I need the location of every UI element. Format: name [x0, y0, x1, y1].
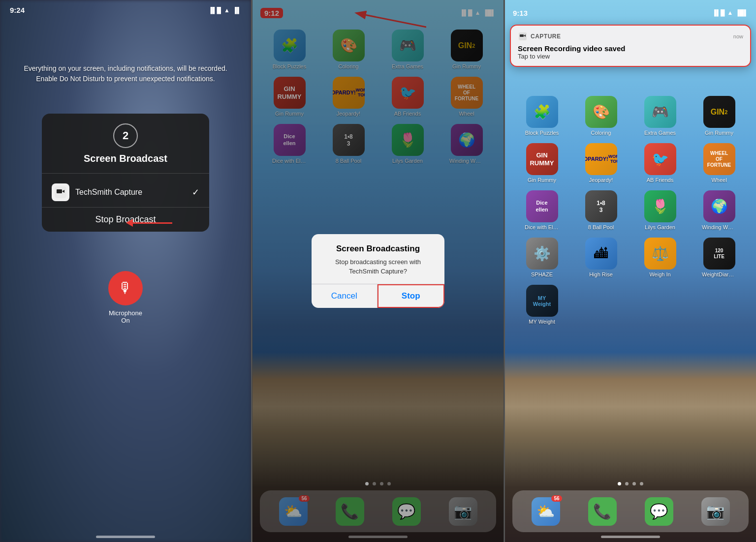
app-wheel-p3[interactable]: WHEELOFFORTUNE Wheel: [692, 143, 746, 183]
app-icon-img: 120LITE: [703, 238, 735, 270]
home-indicator-p3: [601, 536, 660, 538]
panel3-notification: 9:13 ▐▌█ ▲ ▐█▌ CAPTURE now Screen Record…: [505, 0, 756, 542]
app-myweight-p3[interactable]: MYWeight MY Weight: [515, 285, 569, 325]
app-label: MY Weight: [529, 319, 555, 325]
app-label: Extra Games: [644, 130, 676, 136]
app-weighin-p3[interactable]: ⚖️ Weigh In: [633, 238, 687, 277]
app-weightdiary-p3[interactable]: 120LITE WeightDiaryLite: [692, 238, 746, 277]
app-highrise-p3[interactable]: 🏙 High Rise: [574, 238, 628, 277]
app-label: 8 Ball Pool: [588, 224, 614, 230]
time-panel3: 9:13: [513, 9, 528, 17]
stop-broadcasting-dialog: Screen Broadcasting Stop broadcasting sc…: [312, 234, 444, 307]
checkmark-icon: ✓: [192, 187, 199, 198]
app-icon-img: 🌍: [703, 190, 735, 222]
signal-icon: ▐▌█: [209, 7, 221, 14]
home-indicator-p1: [96, 536, 155, 538]
dot4: [640, 482, 643, 485]
status-icons-panel1: ▐▌█ ▲ ▐▌: [209, 7, 241, 14]
dialog-message: Stop broadcasting screen with TechSmith …: [321, 258, 435, 275]
wifi-icon: ▲: [224, 7, 230, 14]
notif-icon-label: CAPTURE: [518, 31, 561, 41]
app-sphaze-p3[interactable]: ⚙️ SPHAZE: [515, 238, 569, 277]
app-jeopardy-p3[interactable]: JEOPARDY!WORLD TOUR Jeopardy!: [574, 143, 628, 183]
techsmith-app-icon: [52, 183, 69, 201]
app-label: AB Friends: [647, 177, 673, 183]
stop-button[interactable]: Stop: [378, 284, 445, 308]
app-label: WeightDiaryLite: [702, 271, 736, 277]
cancel-button[interactable]: Cancel: [312, 284, 378, 308]
divider1: [42, 173, 209, 174]
app-icon-img: 🎮: [644, 96, 676, 128]
notif-time: now: [733, 33, 743, 39]
stop-broadcast-button[interactable]: Stop Broadcast: [42, 207, 209, 232]
app-coloring-p3[interactable]: 🎨 Coloring: [574, 96, 628, 136]
app-label: Coloring: [591, 130, 611, 136]
status-bar-panel1: 9:24 ▐▌█ ▲ ▐▌: [0, 0, 251, 14]
dialog-title: Screen Broadcasting: [321, 244, 435, 254]
app-label: Wheel: [711, 177, 726, 183]
notif-app-icon: [518, 31, 528, 41]
app-label: SPHAZE: [531, 271, 553, 277]
panel2-stop-broadcast: 9:12 ▐▌█ ▲ ▐█▌ 🧩 Block Puzzles 🎨 Colorin…: [252, 0, 504, 542]
techsmith-row[interactable]: TechSmith Capture ✓: [42, 178, 209, 207]
app-label: Gin Rummy: [705, 130, 733, 136]
svg-rect-6: [520, 34, 524, 37]
time-panel1: 9:24: [10, 6, 25, 14]
dock-weather-icon-p3[interactable]: ⛅ 56: [532, 497, 560, 526]
status-right-p3: ▐▌█ ▲ ▐█▌: [712, 9, 748, 16]
app-label: Gin Rummy: [528, 177, 556, 183]
app-icon-img: GIN2: [703, 96, 735, 128]
app-dice-p3[interactable]: Diceellen Dice with Ellen: [515, 190, 569, 230]
app-icon-img: 🏙: [585, 238, 617, 270]
notif-title: Screen Recording video saved: [518, 44, 743, 53]
app-icon-img: 🐦: [644, 143, 676, 175]
notif-header: CAPTURE now: [518, 31, 743, 41]
techsmith-left: TechSmith Capture: [52, 183, 142, 201]
panel1-screen-broadcast: 9:24 ▐▌█ ▲ ▐▌ Everything on your screen,…: [0, 0, 251, 542]
dialog-overlay: Screen Broadcasting Stop broadcasting sc…: [252, 0, 504, 542]
app-grid-panel3: 🧩 Block Puzzles 🎨 Coloring 🎮 Extra Games…: [505, 91, 756, 330]
broadcast-card: 2 Screen Broadcast TechSmith Capture: [42, 114, 209, 232]
app-label: Dice with Ellen: [525, 224, 559, 230]
battery-icon: ▐▌: [233, 7, 241, 14]
signal-icon-p3: ▐▌█: [712, 9, 725, 16]
app-icon-img: GINRUMMY: [526, 143, 558, 175]
app-block-puzzles-p3[interactable]: 🧩 Block Puzzles: [515, 96, 569, 136]
microphone-button[interactable]: 🎙: [108, 271, 143, 305]
wifi-icon-p3: ▲: [727, 9, 733, 16]
app-icon-img: MYWeight: [526, 285, 558, 317]
app-icon-img: 🌷: [644, 190, 676, 222]
step-badge: 2: [113, 123, 138, 148]
dot3: [632, 482, 636, 485]
dot1: [618, 482, 621, 485]
app-icon-img: WHEELOFFORTUNE: [703, 143, 735, 175]
dock-badge-p3: 56: [551, 495, 562, 502]
techsmith-label: TechSmith Capture: [75, 188, 142, 197]
page-dots-p3: [618, 482, 643, 485]
app-icon-img: ⚖️: [644, 238, 676, 270]
notif-app-name: CAPTURE: [531, 33, 561, 40]
app-extra-games-p3[interactable]: 🎮 Extra Games: [633, 96, 687, 136]
dock-camera-icon-p3[interactable]: 📷: [701, 497, 730, 526]
app-8ball-p3[interactable]: 1•83 8 Ball Pool: [574, 190, 628, 230]
app-winding-p3[interactable]: 🌍 Winding Worlds: [692, 190, 746, 230]
app-label: Winding Worlds: [702, 224, 736, 230]
warning-text: Everything on your screen, including not…: [0, 63, 251, 84]
app-gin-rummy2-p3[interactable]: GINRUMMY Gin Rummy: [515, 143, 569, 183]
app-icon-img: Diceellen: [526, 190, 558, 222]
app-lilys-p3[interactable]: 🌷 Lilys Garden: [633, 190, 687, 230]
app-ab-friends-p3[interactable]: 🐦 AB Friends: [633, 143, 687, 183]
app-icon-img: JEOPARDY!WORLD TOUR: [585, 143, 617, 175]
dock-messages-icon-p3[interactable]: 💬: [645, 497, 673, 526]
app-label: High Rise: [589, 271, 613, 277]
notification-banner[interactable]: CAPTURE now Screen Recording video saved…: [510, 25, 751, 67]
microphone-section: 🎙 MicrophoneOn: [108, 271, 143, 324]
microphone-label: MicrophoneOn: [109, 309, 142, 324]
arrow-line: [133, 222, 172, 224]
dock-phone-icon-p3[interactable]: 📞: [588, 497, 617, 526]
app-label: Jeopardy!: [589, 177, 613, 183]
broadcast-title: Screen Broadcast: [84, 153, 167, 164]
broadcast-card-header: 2 Screen Broadcast: [42, 114, 209, 169]
dot2: [625, 482, 629, 485]
app-gin-rummy1-p3[interactable]: GIN2 Gin Rummy: [692, 96, 746, 136]
